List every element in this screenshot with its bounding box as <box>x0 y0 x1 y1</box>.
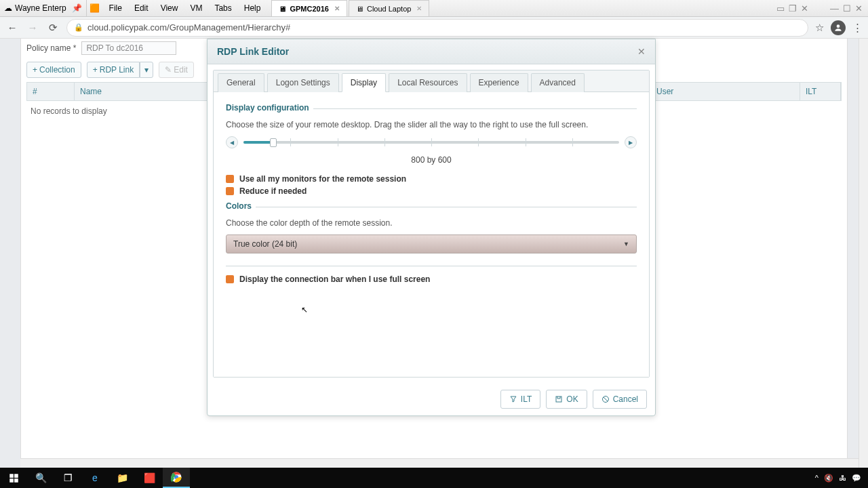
close-icon[interactable]: ✕ <box>416 5 422 12</box>
taskbar-chrome[interactable] <box>163 468 190 488</box>
checkbox-reduce-label: Reduce if needed <box>239 186 307 196</box>
group-display-config-desc: Choose the size of your remote desktop. … <box>226 120 637 129</box>
lock-icon: 🔒 <box>74 23 83 32</box>
forward-button[interactable]: → <box>26 22 39 33</box>
resolution-value: 800 by 600 <box>226 155 637 165</box>
tab-general[interactable]: General <box>218 73 264 92</box>
taskbar-explorer[interactable]: 📁 <box>108 468 136 488</box>
group-display-config-title: Display configuration <box>226 103 313 113</box>
vm-host-tab[interactable]: ☁ Wayne Enterp 📌 <box>0 0 87 16</box>
host-window-controls: ▭ ❐ ✕ ― ☐ ✕ <box>776 3 868 14</box>
guest-minimize-icon[interactable]: ― <box>830 3 839 14</box>
checkbox-all-monitors[interactable] <box>226 175 234 183</box>
button-label: OK <box>566 394 578 404</box>
checkbox-connection-bar[interactable] <box>226 275 234 283</box>
guest-maximize-icon[interactable]: ☐ <box>843 3 851 14</box>
address-bar[interactable]: 🔒 cloud.policypak.com/GroupManagement/Hi… <box>66 19 808 37</box>
svg-rect-4 <box>14 474 18 478</box>
slider-increase-button[interactable]: ▶ <box>625 136 637 148</box>
close-icon[interactable]: ✕ <box>801 3 808 14</box>
button-label: Cancel <box>613 394 638 404</box>
vm-tab-label: GPMC2016 <box>290 5 328 13</box>
windows-taskbar: 🔍 ❐ e 📁 🟥 ^ 🔇 🖧 💬 <box>0 468 868 488</box>
vm-tab-gpmc[interactable]: 🖥 GPMC2016 ✕ <box>271 0 347 16</box>
guest-close-icon[interactable]: ✕ <box>855 3 863 14</box>
tray-volume-icon[interactable]: 🔇 <box>824 474 833 483</box>
system-tray[interactable]: ^ 🔇 🖧 💬 <box>815 474 868 483</box>
vm-host-bar: ☁ Wayne Enterp 📌 🟧 File Edit View VM Tab… <box>0 0 868 17</box>
svg-rect-6 <box>14 479 18 483</box>
cloud-icon: ☁ <box>4 3 12 13</box>
rdp-link-editor-dialog: RDP Link Editor ✕ General Logon Settings… <box>207 39 656 416</box>
menu-view[interactable]: View <box>155 1 184 15</box>
dialog-close-button[interactable]: ✕ <box>637 46 646 57</box>
url-text: cloud.policypak.com/GroupManagement/Hier… <box>87 22 290 33</box>
menu-edit[interactable]: Edit <box>129 1 154 15</box>
kebab-menu-icon[interactable]: ⋮ <box>852 22 863 34</box>
menu-tabs[interactable]: Tabs <box>209 1 237 15</box>
back-button[interactable]: ← <box>5 22 19 33</box>
tray-network-icon[interactable]: 🖧 <box>839 474 846 482</box>
close-icon[interactable]: ✕ <box>334 5 340 12</box>
color-depth-select[interactable]: True color (24 bit) ▼ <box>226 235 637 253</box>
group-colors-title: Colors <box>226 201 256 211</box>
vm-menu: File Edit View VM Tabs Help <box>104 1 267 15</box>
profile-avatar[interactable] <box>831 20 846 35</box>
minimize-icon[interactable]: ▭ <box>776 3 785 14</box>
group-colors-desc: Choose the color depth of the remote ses… <box>226 218 637 228</box>
menu-file[interactable]: File <box>104 1 127 15</box>
tab-experience[interactable]: Experience <box>470 73 528 92</box>
chevron-down-icon: ▼ <box>623 241 629 247</box>
svg-rect-1 <box>556 396 561 402</box>
menu-vm[interactable]: VM <box>184 1 208 15</box>
monitor-icon: 🖥 <box>279 5 286 13</box>
tray-notifications-icon[interactable]: 💬 <box>852 474 861 483</box>
tab-display[interactable]: Display <box>342 73 386 92</box>
svg-point-0 <box>837 24 840 28</box>
task-view-icon[interactable]: ❐ <box>54 468 81 488</box>
ok-button[interactable]: OK <box>546 390 587 409</box>
search-icon[interactable]: 🔍 <box>27 468 54 488</box>
taskbar-ie[interactable]: e <box>81 468 108 488</box>
dialog-title: RDP Link Editor <box>217 46 289 57</box>
browser-toolbar: ← → ⟳ 🔒 cloud.policypak.com/GroupManagem… <box>0 17 868 39</box>
button-label: ILT <box>521 394 532 404</box>
taskbar-app[interactable]: 🟥 <box>136 468 163 488</box>
svg-rect-5 <box>9 479 14 483</box>
vm-tab-cloud[interactable]: 🖥 Cloud Laptop ✕ <box>349 0 429 16</box>
checkbox-connection-bar-label: Display the connection bar when I use fu… <box>239 274 430 284</box>
reload-button[interactable]: ⟳ <box>46 22 60 34</box>
resolution-slider[interactable] <box>243 136 619 148</box>
checkbox-reduce[interactable] <box>226 187 234 195</box>
vm-host-tab-label: Wayne Enterp <box>15 3 66 13</box>
checkbox-all-monitors-label: Use all my monitors for the remote sessi… <box>239 174 406 184</box>
slider-decrease-button[interactable]: ◀ <box>226 136 238 148</box>
svg-rect-3 <box>9 474 14 478</box>
color-depth-value: True color (24 bit) <box>233 239 297 249</box>
tab-content-display: Display configuration Choose the size of… <box>214 92 649 377</box>
tab-logon-settings[interactable]: Logon Settings <box>267 73 339 92</box>
vm-tab-label: Cloud Laptop <box>367 5 411 13</box>
start-button[interactable] <box>0 468 27 488</box>
bookmark-star-icon[interactable]: ☆ <box>815 22 824 34</box>
ilt-button[interactable]: ILT <box>500 390 540 409</box>
monitor-icon: 🖥 <box>356 5 363 13</box>
vm-tabs: 🖥 GPMC2016 ✕ 🖥 Cloud Laptop ✕ <box>271 0 431 16</box>
tray-chevron-icon[interactable]: ^ <box>815 474 818 482</box>
cancel-button[interactable]: Cancel <box>593 390 647 409</box>
menu-help[interactable]: Help <box>239 1 267 15</box>
slider-thumb[interactable] <box>270 138 277 147</box>
tab-local-resources[interactable]: Local Resources <box>389 73 467 92</box>
dialog-tabs: General Logon Settings Display Local Res… <box>214 70 649 92</box>
tab-advanced[interactable]: Advanced <box>531 73 585 92</box>
vm-app-icon: 🟧 <box>90 3 100 13</box>
pin-icon[interactable]: 📌 <box>72 3 82 13</box>
restore-icon[interactable]: ❐ <box>789 3 797 14</box>
